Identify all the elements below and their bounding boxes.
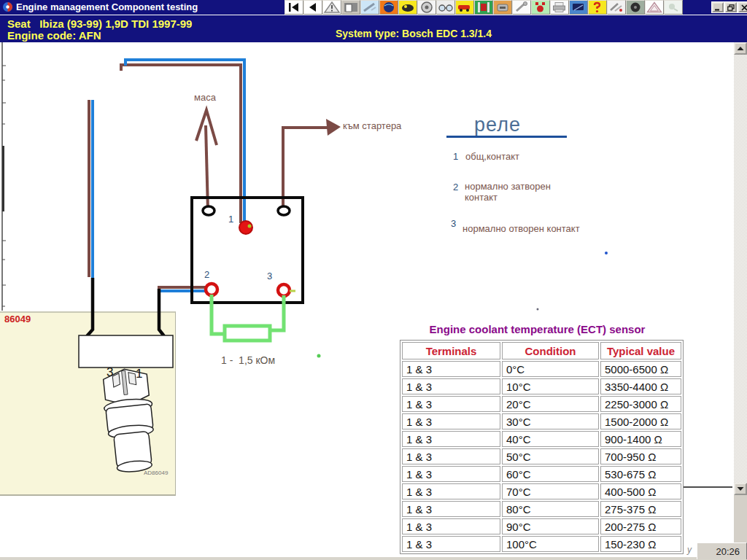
toolbar-hazard-icon[interactable]	[645, 0, 664, 15]
green-dot	[317, 354, 321, 358]
engine-code: Engine code: AFN	[7, 29, 101, 42]
table-header-row: Terminals Condition Typical value	[402, 342, 681, 359]
resistor-circuit	[212, 295, 284, 341]
toolbar-diagnostics-icon[interactable]	[569, 0, 588, 15]
relay-heading-underline	[446, 136, 567, 138]
toolbar-window-view-icon[interactable]	[341, 0, 360, 15]
toolbar-lift-icon[interactable]	[474, 0, 493, 15]
table-row: 1 & 340°C900-1400 Ω	[402, 431, 681, 447]
value-cell: 1500-2000 Ω	[600, 413, 681, 429]
toolbar-go-first-icon[interactable]	[285, 0, 303, 15]
toolbar-car-rear-icon[interactable]	[493, 0, 512, 15]
terminals-cell: 1 & 3	[402, 518, 500, 534]
value-cell: 900-1400 Ω	[600, 431, 681, 447]
table-row: 1 & 390°C200-275 Ω	[402, 518, 681, 534]
condition-cell: 0°C	[502, 361, 599, 377]
toolbar-warning-icon[interactable]	[322, 0, 341, 15]
toolbar-ignition-parts-icon[interactable]	[531, 0, 550, 15]
sensor-drawing-code: AD86049	[144, 470, 168, 476]
col-terminals: Terminals	[402, 342, 500, 359]
toolbar-service-tools-icon[interactable]	[607, 0, 626, 15]
scroll-up-icon[interactable]	[734, 42, 747, 55]
app-window: Engine management Component testing Seat…	[0, 0, 747, 560]
condition-cell: 100°C	[502, 536, 599, 552]
to-starter-label: към стартера	[343, 120, 401, 131]
toolbar-notes-icon[interactable]	[664, 0, 683, 15]
terminals-cell: 1 & 3	[402, 536, 500, 552]
toolbar-go-back-icon[interactable]	[303, 0, 322, 15]
toolbar-inspection-icon[interactable]	[436, 0, 455, 15]
small-dot	[537, 308, 539, 311]
value-cell: 400-500 Ω	[600, 483, 681, 499]
value-cell: 150-230 Ω	[600, 536, 681, 552]
relay-pin-2: 2	[204, 269, 209, 280]
table-row: 1 & 370°C400-500 Ω	[402, 483, 681, 499]
ect-table-title: Engine coolant temperature (ECT) sensor	[400, 323, 675, 335]
toolbar-print-icon[interactable]	[550, 0, 569, 15]
vehicle-name: Seat Ibiza (93-99) 1,9D TDI 1997-99	[7, 18, 192, 30]
blue-dot	[605, 252, 608, 254]
relay-contact-3	[278, 284, 290, 296]
relay-pin-1: 1	[228, 214, 233, 225]
table-row: 1 & 3100°C150-230 Ω	[402, 536, 681, 552]
toolbar-car-top-icon[interactable]	[398, 0, 417, 15]
contact-1-number: 1	[453, 151, 458, 162]
terminals-cell: 1 & 3	[402, 378, 500, 394]
value-cell: 200-275 Ω	[600, 518, 681, 534]
toolbar-connector-icon[interactable]	[512, 0, 531, 15]
window-title: Engine management Component testing	[16, 1, 198, 12]
value-cell: 700-950 Ω	[600, 448, 681, 464]
condition-cell: 50°C	[502, 448, 599, 464]
value-cell: 3350-4400 Ω	[600, 378, 681, 394]
contact-3-number: 3	[451, 218, 456, 229]
condition-cell: 60°C	[502, 466, 599, 482]
scroll-down-icon[interactable]	[734, 483, 747, 495]
contact-1-label: общ,контакт	[465, 151, 519, 162]
value-cell: 2250-3000 Ω	[600, 396, 681, 412]
terminals-cell: 1 & 3	[402, 361, 500, 377]
toolbar-globe-icon[interactable]	[379, 0, 398, 15]
value-cell: 275-375 Ω	[600, 501, 681, 517]
vertical-scrollbar[interactable]	[734, 42, 747, 495]
resistance-value-label: 1 - 1,5 кОм	[221, 354, 275, 366]
terminals-cell: 1 & 3	[402, 466, 500, 482]
taskbar-clock: 20:26	[697, 542, 747, 559]
terminals-cell: 1 & 3	[402, 413, 500, 429]
terminals-cell: 1 & 3	[402, 483, 500, 499]
minimize-button[interactable]	[712, 2, 724, 12]
ect-table: Terminals Condition Typical value 1 & 30…	[400, 340, 684, 554]
table-row: 1 & 30°C5000-6500 Ω	[402, 361, 681, 377]
terminals-cell: 1 & 3	[402, 448, 500, 464]
window-controls	[711, 1, 747, 13]
toolbar-wheel-icon[interactable]	[417, 0, 436, 15]
toolbar-tools-blue-icon[interactable]	[360, 0, 379, 15]
vehicle-header: Seat Ibiza (93-99) 1,9D TDI 1997-99 Engi…	[0, 15, 747, 42]
toolbar-wheel-dark-icon[interactable]	[626, 0, 645, 15]
restore-button[interactable]	[725, 2, 737, 12]
blue-wires	[93, 60, 244, 291]
table-row: 1 & 310°C3350-4400 Ω	[402, 378, 681, 394]
condition-cell: 10°C	[502, 378, 599, 394]
col-condition: Condition	[502, 342, 599, 359]
terminals-cell: 1 & 3	[402, 501, 500, 517]
table-row: 1 & 360°C530-675 Ω	[402, 466, 681, 482]
sensor-pin-1-label: 1	[136, 367, 142, 381]
app-icon	[2, 1, 13, 12]
condition-cell: 30°C	[502, 413, 599, 429]
relay-contact-1	[239, 221, 252, 234]
table-row: 1 & 320°C2250-3000 Ω	[402, 396, 681, 412]
status-artifact-text: y	[687, 545, 692, 555]
sensor-pin-3-label: 3	[107, 365, 113, 380]
relay-contact-2	[206, 284, 217, 295]
starter-arrowhead	[326, 119, 341, 136]
contact-3-label: нормално отворен контакт	[462, 223, 580, 234]
relay-box	[192, 198, 303, 303]
condition-cell: 80°C	[502, 501, 599, 517]
sensor-figure-box	[0, 311, 176, 496]
contact-2-number: 2	[453, 182, 458, 192]
ground-label: маса	[194, 92, 216, 103]
toolbar-help-icon[interactable]	[588, 0, 607, 15]
contact-1-mark	[248, 225, 252, 228]
toolbar-car-side-icon[interactable]	[455, 0, 474, 15]
close-button[interactable]	[738, 2, 747, 12]
